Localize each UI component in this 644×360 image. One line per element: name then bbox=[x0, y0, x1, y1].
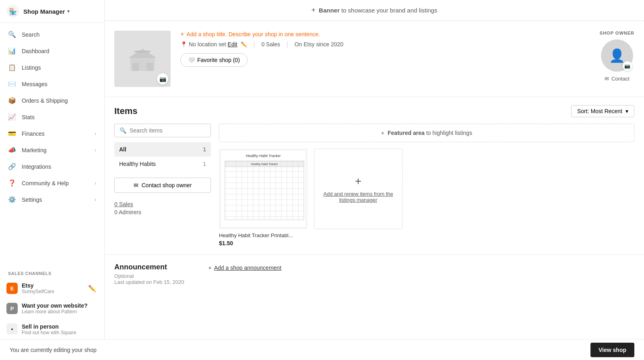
sidebar-item-dashboard[interactable]: 📊 Dashboard bbox=[0, 43, 104, 59]
sales-stat: 0 Sales bbox=[114, 201, 211, 207]
filter-healthy-habits[interactable]: Healthy Habits 1 bbox=[114, 157, 211, 171]
items-header: Items Sort: Most Recent ▾ bbox=[114, 105, 634, 117]
etsy-sub: SunnySelfCare bbox=[22, 289, 87, 294]
filter-all[interactable]: All 1 bbox=[114, 142, 211, 157]
items-sidebar: 🔍 All 1 Healthy Habits 1 ✉ Contact shop … bbox=[114, 124, 211, 246]
habit-tracker-visual: Healthy Habit Tracker Healthy Habit bbox=[221, 151, 305, 227]
sell-in-person-info: Sell in person Find out how with Square bbox=[22, 323, 98, 335]
search-items-input[interactable] bbox=[130, 127, 206, 134]
filter-all-count: 1 bbox=[203, 146, 206, 153]
product-image: Healthy Habit Tracker Healthy Habit bbox=[219, 149, 308, 229]
view-shop-button[interactable]: View shop bbox=[590, 343, 634, 357]
shop-location: 📍 No location set Edit ✏️ bbox=[180, 41, 247, 48]
sidebar-item-stats[interactable]: 📈 Stats bbox=[0, 109, 104, 125]
integrations-icon: 🔗 bbox=[8, 163, 17, 170]
channel-pattern[interactable]: P Want your own website? Learn more abou… bbox=[0, 298, 104, 319]
svg-text:Healthy Habit Tracker: Healthy Habit Tracker bbox=[251, 163, 278, 166]
finances-icon: 💳 bbox=[8, 130, 17, 137]
announcement-updated: Last updated on Feb 15, 2020 bbox=[114, 279, 184, 285]
location-edit-link[interactable]: Edit bbox=[228, 41, 237, 48]
add-listing-card[interactable]: + Add and renew items from the listings … bbox=[314, 149, 402, 229]
items-stats: 0 Sales 0 Admirers bbox=[114, 201, 211, 215]
marketing-chevron-icon: › bbox=[95, 147, 96, 153]
sidebar-nav: 🔍 Search 📊 Dashboard 📋 Listings ✉️ Messa… bbox=[0, 23, 104, 265]
add-title-link[interactable]: + Add a shop title. Describe your shop i… bbox=[180, 31, 320, 38]
sales-link[interactable]: 0 Sales bbox=[114, 201, 133, 207]
shop-info-area: 📷 + Add a shop title. Describe your shop… bbox=[105, 21, 644, 97]
filter-healthy-habits-count: 1 bbox=[203, 161, 206, 167]
meta-divider-2: | bbox=[287, 41, 288, 48]
admirers-count: 0 Admirers bbox=[114, 209, 141, 215]
bottom-bar-message: You are currently editing your shop bbox=[10, 347, 97, 353]
shop-manager-chevron: ▾ bbox=[67, 8, 70, 14]
sort-dropdown[interactable]: Sort: Most Recent ▾ bbox=[571, 105, 634, 117]
shop-sales: 0 Sales bbox=[261, 41, 280, 48]
banner-text: Banner to showcase your brand and listin… bbox=[319, 7, 437, 14]
dashboard-icon: 📊 bbox=[8, 47, 17, 55]
settings-label: Settings bbox=[22, 197, 95, 203]
sidebar-item-marketing[interactable]: 📣 Marketing › bbox=[0, 142, 104, 158]
banner-suffix: to showcase your brand and listings bbox=[341, 7, 437, 14]
product-card[interactable]: Healthy Habit Tracker Healthy Habit bbox=[219, 149, 308, 246]
banner-area[interactable]: + Banner to showcase your brand and list… bbox=[105, 0, 644, 21]
messages-icon: ✉️ bbox=[8, 80, 17, 88]
admirers-stat: 0 Admirers bbox=[114, 209, 211, 215]
sidebar-item-finances[interactable]: 💳 Finances › bbox=[0, 125, 104, 142]
shop-manager-icon: 🏪 bbox=[6, 5, 19, 18]
marketing-icon: 📣 bbox=[8, 146, 17, 154]
product-price: $1.50 bbox=[219, 240, 308, 246]
sidebar-item-messages[interactable]: ✉️ Messages bbox=[0, 76, 104, 92]
listings-label: Listings bbox=[22, 64, 96, 71]
owner-camera-button[interactable]: 📷 bbox=[623, 61, 632, 71]
sidebar-item-listings[interactable]: 📋 Listings bbox=[0, 59, 104, 76]
favorite-shop-label: Favorite shop (0) bbox=[197, 57, 240, 63]
shop-logo-wrapper: 📷 bbox=[114, 31, 171, 87]
add-title-text: Add a shop title. Describe your shop in … bbox=[186, 31, 320, 37]
shop-logo-camera-button[interactable]: 📷 bbox=[157, 73, 168, 85]
main-content: + Banner to showcase your brand and list… bbox=[105, 0, 644, 360]
sell-in-person-icon: ▪ bbox=[6, 323, 18, 335]
search-label: Search bbox=[22, 31, 96, 38]
items-body: 🔍 All 1 Healthy Habits 1 ✉ Contact shop … bbox=[114, 124, 634, 246]
pattern-info: Want your own website? Learn more about … bbox=[22, 302, 98, 314]
sidebar-item-community-help[interactable]: ❓ Community & Help › bbox=[0, 175, 104, 191]
location-edit-pencil-icon[interactable]: ✏️ bbox=[241, 41, 247, 48]
filter-healthy-habits-label: Healthy Habits bbox=[119, 161, 156, 167]
dashboard-label: Dashboard bbox=[22, 48, 96, 54]
pattern-icon: P bbox=[6, 303, 18, 314]
channel-etsy[interactable]: E Etsy SunnySelfCare ✏️ bbox=[0, 278, 104, 298]
add-announcement-link[interactable]: Add a shop announcement bbox=[214, 265, 281, 271]
add-announcement[interactable]: + Add a shop announcement bbox=[208, 265, 281, 271]
community-help-icon: ❓ bbox=[8, 179, 17, 187]
shop-manager-header[interactable]: 🏪 Shop Manager ▾ bbox=[0, 0, 104, 23]
favorite-shop-button[interactable]: 🤍 Favorite shop (0) bbox=[180, 53, 248, 67]
shop-meta: 📍 No location set Edit ✏️ | 0 Sales | On… bbox=[180, 41, 634, 48]
community-help-label: Community & Help bbox=[22, 180, 95, 186]
featured-area[interactable]: + Featured area to highlight listings bbox=[219, 124, 634, 142]
habit-tracker-title: Healthy Habit Tracker bbox=[224, 154, 302, 158]
bottom-bar: You are currently editing your shop View… bbox=[0, 339, 644, 360]
banner-bold: Banner bbox=[319, 7, 340, 14]
owner-avatar-wrapper: 👤 📷 bbox=[601, 39, 633, 72]
items-section: Items Sort: Most Recent ▾ 🔍 All 1 Health… bbox=[105, 97, 644, 254]
sell-in-person[interactable]: ▪ Sell in person Find out how with Squar… bbox=[0, 319, 104, 340]
shop-manager-title: Shop Manager bbox=[23, 8, 65, 15]
etsy-edit-button[interactable]: ✏️ bbox=[87, 283, 98, 294]
sidebar-item-settings[interactable]: ⚙️ Settings › bbox=[0, 191, 104, 208]
featured-plus-icon: + bbox=[381, 130, 384, 136]
shop-owner-area: SHOP OWNER 👤 📷 ✉ Contact bbox=[600, 31, 634, 82]
sidebar-item-search[interactable]: 🔍 Search bbox=[0, 26, 104, 43]
sidebar-item-integrations[interactable]: 🔗 Integrations bbox=[0, 158, 104, 175]
stats-icon: 📈 bbox=[8, 113, 17, 121]
contact-owner-icon: ✉ bbox=[134, 182, 138, 188]
sidebar-item-orders-shipping[interactable]: 📦 Orders & Shipping bbox=[0, 92, 104, 109]
contact-shop-owner-button[interactable]: ✉ Contact shop owner bbox=[114, 178, 211, 193]
add-listing-link[interactable]: Add and renew items from the listings ma… bbox=[321, 191, 396, 203]
add-title-plus-icon: + bbox=[180, 31, 184, 38]
contact-shop-owner-link[interactable]: ✉ Contact bbox=[605, 76, 630, 82]
featured-bold: Featured area bbox=[388, 130, 425, 136]
heart-icon: 🤍 bbox=[188, 57, 195, 63]
announcement-section: Announcement Optional Last updated on Fe… bbox=[105, 254, 644, 293]
location-pin-icon: 📍 bbox=[180, 41, 187, 48]
search-items-box[interactable]: 🔍 bbox=[114, 124, 211, 137]
